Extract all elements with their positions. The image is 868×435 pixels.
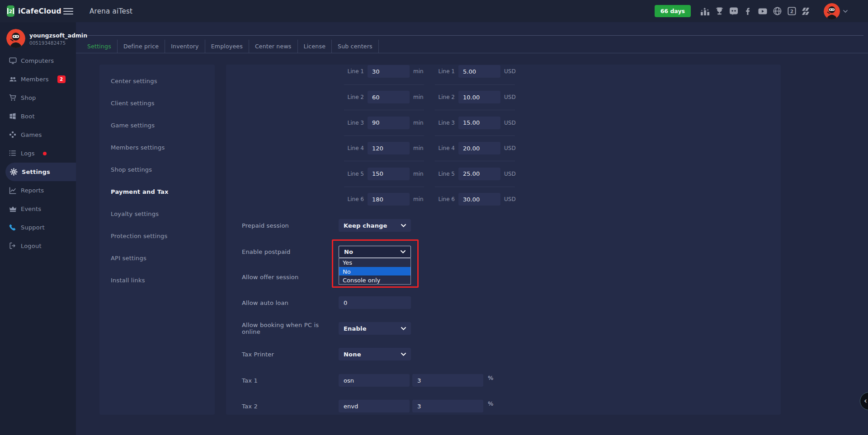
- allow-auto-loan-input[interactable]: [339, 296, 411, 309]
- windows-icon: [9, 112, 17, 120]
- youtube-icon[interactable]: [758, 6, 768, 16]
- logs-alert-dot: [43, 152, 47, 155]
- trophy-icon[interactable]: [714, 6, 724, 16]
- tax1-rate-input[interactable]: [412, 374, 483, 387]
- avatar-caret-icon[interactable]: [843, 9, 848, 13]
- sidebar-item-logout[interactable]: Logout: [0, 237, 76, 255]
- facebook-icon[interactable]: [743, 6, 753, 16]
- tax2-row: Tax 2 %: [242, 400, 772, 412]
- page-title: Arena aiTest: [90, 7, 132, 15]
- amount-input-5[interactable]: [458, 168, 500, 180]
- sidebar: youngzsoft_admin 005193482475 Computers …: [0, 22, 76, 435]
- settings-submenu: Center settings Client settings Game set…: [99, 65, 215, 415]
- sidebar-item-support[interactable]: Support: [0, 218, 76, 237]
- phone-icon: [9, 224, 17, 231]
- allow-auto-loan-row: Allow auto loan: [242, 296, 772, 309]
- submenu-protection-settings[interactable]: Protection settings: [99, 225, 215, 247]
- submenu-loyalty-settings[interactable]: Loyalty settings: [99, 203, 215, 225]
- sidebar-user-block[interactable]: youngzsoft_admin 005193482475: [6, 29, 87, 48]
- minutes-input-2[interactable]: [368, 91, 410, 103]
- sidebar-item-logs[interactable]: Logs: [0, 144, 76, 163]
- sidebar-item-events[interactable]: Events: [0, 200, 76, 218]
- submenu-game-settings[interactable]: Game settings: [99, 114, 215, 136]
- option-yes[interactable]: Yes: [339, 258, 410, 267]
- submenu-center-settings[interactable]: Center settings: [99, 70, 215, 92]
- amount-input-1[interactable]: [458, 65, 500, 78]
- chevron-down-icon: [401, 224, 406, 227]
- top-bar: 2 iCafeCloud Arena aiTest 66 days: [0, 0, 868, 22]
- chevron-down-icon: [401, 353, 406, 356]
- submenu-members-settings[interactable]: Members settings: [99, 136, 215, 159]
- submenu-client-settings[interactable]: Client settings: [99, 92, 215, 114]
- sidebar-menu: Computers Members 2 Shop Boot Games L: [0, 51, 76, 255]
- submenu-api-settings[interactable]: API settings: [99, 247, 215, 269]
- option-console-only[interactable]: Console only: [339, 276, 410, 284]
- logout-icon: [9, 242, 17, 250]
- minutes-input-3[interactable]: [368, 117, 410, 129]
- layers-icon[interactable]: [801, 6, 811, 16]
- brand[interactable]: 2 iCafeCloud: [0, 5, 58, 17]
- minutes-input-6[interactable]: [368, 193, 410, 206]
- tab-sub-centers[interactable]: Sub centers: [332, 40, 379, 53]
- prepaid-session-select[interactable]: Keep change: [339, 219, 411, 232]
- submenu-install-links[interactable]: Install links: [99, 269, 215, 291]
- topbar-icon-strip: 2: [700, 6, 811, 16]
- amount-input-3[interactable]: [458, 117, 500, 129]
- sidebar-item-games[interactable]: Games: [0, 126, 76, 144]
- tab-define-price[interactable]: Define price: [118, 40, 165, 53]
- amount-row-5: Line 5 USD: [435, 161, 515, 187]
- leaderboard-icon[interactable]: [700, 6, 710, 16]
- globe-icon[interactable]: [772, 6, 782, 16]
- enable-postpaid-dropdown: Yes No Console only: [339, 258, 411, 285]
- amount-row-2: Line 2 USD: [435, 84, 515, 110]
- sidebar-item-settings[interactable]: Settings: [5, 163, 76, 181]
- minutes-row-6: Line 6 min: [344, 187, 424, 212]
- tax1-name-input[interactable]: [339, 374, 410, 387]
- user-id: 005193482475: [29, 40, 87, 46]
- tax2-rate-input[interactable]: [412, 400, 483, 412]
- amount-input-2[interactable]: [458, 91, 500, 103]
- monitor-icon: [9, 57, 17, 65]
- enable-postpaid-select[interactable]: No: [339, 246, 411, 258]
- submenu-shop-settings[interactable]: Shop settings: [99, 159, 215, 181]
- svg-text:2: 2: [9, 9, 13, 14]
- tab-employees[interactable]: Employees: [205, 40, 249, 53]
- topbar-actions: 66 days: [655, 3, 868, 19]
- hamburger-menu-icon[interactable]: [63, 6, 73, 16]
- option-no[interactable]: No: [339, 267, 410, 276]
- app-window: 2 iCafeCloud Arena aiTest 66 days: [0, 0, 868, 435]
- main-area: Settings Define price Inventory Employee…: [76, 22, 868, 435]
- submenu-payment-and-tax[interactable]: Payment and Tax: [99, 181, 215, 203]
- minutes-input-5[interactable]: [368, 168, 410, 180]
- discord-icon[interactable]: [729, 6, 739, 16]
- crown-icon: [9, 205, 17, 213]
- allow-booking-select[interactable]: Enable: [339, 322, 411, 335]
- sidebar-item-reports[interactable]: Reports: [0, 181, 76, 200]
- svg-text:2: 2: [790, 9, 793, 14]
- tax-printer-select[interactable]: None: [339, 348, 411, 360]
- user-avatar[interactable]: [824, 3, 840, 19]
- cart-icon: [9, 94, 17, 102]
- tab-center-news[interactable]: Center news: [249, 40, 298, 53]
- tab-inventory[interactable]: Inventory: [165, 40, 205, 53]
- icafecloud-icon[interactable]: 2: [787, 6, 797, 16]
- amount-input-4[interactable]: [458, 142, 500, 154]
- chevron-left-icon: ‹: [864, 396, 867, 405]
- sidebar-item-members[interactable]: Members 2: [0, 70, 76, 89]
- tab-license[interactable]: License: [298, 40, 332, 53]
- minutes-row-5: Line 5 min: [344, 161, 424, 187]
- sidebar-item-boot[interactable]: Boot: [0, 107, 76, 126]
- sidebar-item-computers[interactable]: Computers: [0, 51, 76, 70]
- amount-input-6[interactable]: [458, 193, 500, 206]
- brand-name: iCafeCloud: [18, 7, 61, 15]
- tax-printer-row: Tax Printer None: [242, 348, 772, 360]
- chart-icon: [9, 187, 17, 194]
- minutes-input-4[interactable]: [368, 142, 410, 154]
- minutes-input-1[interactable]: [368, 65, 410, 78]
- tax2-name-input[interactable]: [339, 400, 410, 412]
- logs-icon: [9, 150, 17, 157]
- allow-offer-session-row: Allow offer session: [242, 271, 772, 283]
- sidebar-item-shop[interactable]: Shop: [0, 89, 76, 107]
- enable-postpaid-row: Enable postpaid No: [242, 245, 772, 258]
- license-days-badge[interactable]: 66 days: [655, 5, 691, 17]
